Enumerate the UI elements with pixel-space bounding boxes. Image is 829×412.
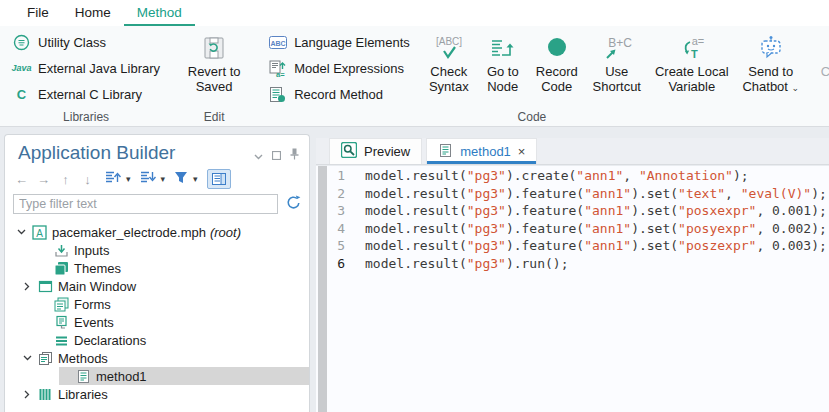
svg-text:[ABC]: [ABC] — [436, 36, 462, 47]
tree-item-methods[interactable]: Methods — [5, 349, 309, 367]
continue-button[interactable]: Continue — [819, 29, 829, 79]
chevron-right-icon[interactable] — [19, 390, 35, 399]
svg-text:a=: a= — [692, 35, 705, 47]
tree-item-libraries[interactable]: Libraries — [5, 385, 309, 403]
panel-pin-icon[interactable] — [290, 146, 299, 164]
tree-item-root[interactable]: A pacemaker_electrode.mph (root) — [5, 223, 309, 241]
tab-preview[interactable]: Preview — [329, 138, 422, 164]
inputs-icon — [51, 243, 71, 258]
line-number: 6 — [327, 255, 345, 273]
chevron-down-icon[interactable]: ▾ — [126, 175, 131, 184]
tree-item-themes[interactable]: Themes — [5, 259, 309, 277]
chevron-right-icon[interactable] — [19, 282, 35, 291]
go-to-node-button[interactable]: Go to Node — [480, 29, 526, 94]
back-arrow-icon[interactable]: ← — [13, 172, 30, 187]
language-elements-button[interactable]: ABC Language Elements — [260, 29, 418, 55]
tree-label: Themes — [74, 261, 121, 276]
panel-header: Application Builder — [5, 135, 309, 167]
line-number: 3 — [327, 202, 345, 220]
breakpoint-margin[interactable] — [318, 166, 327, 412]
utility-class-button[interactable]: Utility Class — [4, 29, 168, 55]
libraries-icon — [35, 387, 55, 402]
filter-row — [5, 191, 309, 216]
tree-item-forms[interactable]: Forms — [5, 295, 309, 313]
ribbon-group-code: ABC Language Elements a= Model Expressio… — [256, 26, 808, 126]
move-down-icon[interactable]: ↓ — [79, 172, 96, 187]
use-shortcut-button[interactable]: B+C Use Shortcut — [588, 29, 646, 94]
java-icon: Java — [12, 63, 31, 73]
close-icon[interactable]: × — [518, 145, 526, 158]
chevron-down-icon[interactable]: ▾ — [161, 175, 166, 184]
ribbon-group-edit: Revert to Saved Edit — [174, 26, 254, 126]
line-number: 2 — [327, 185, 345, 203]
go-to-node-label: Go to Node — [480, 64, 526, 94]
record-code-button[interactable]: Record Code — [532, 29, 582, 94]
code-line[interactable]: 6model.result("pg3").run(); — [327, 255, 829, 273]
group-label-code: Code — [256, 110, 808, 124]
svg-text:B+C: B+C — [608, 36, 632, 50]
ribbon-group-debug: Continue — [809, 26, 829, 126]
panel-menu-chevron-icon[interactable] — [254, 146, 263, 164]
tree-item-main-window[interactable]: Main Window — [5, 277, 309, 295]
group-label-edit: Edit — [174, 110, 254, 124]
themes-icon — [51, 261, 71, 276]
tree-item-events[interactable]: Events — [5, 313, 309, 331]
collapse-list-icon[interactable] — [140, 170, 156, 188]
code-line[interactable]: 3model.result("pg3").feature("ann1").set… — [327, 202, 829, 220]
use-shortcut-icon: B+C — [599, 32, 635, 64]
builder-toolbar: ← → ↑ ↓ ▾ ▾ ▾ — [5, 167, 309, 191]
revert-to-saved-button[interactable]: Revert to Saved — [182, 29, 246, 94]
go-to-node-icon — [489, 32, 516, 64]
tab-file[interactable]: File — [14, 0, 62, 26]
tree-item-method1[interactable]: method1 — [5, 367, 309, 385]
chevron-down-icon[interactable]: ▾ — [193, 175, 198, 184]
tab-label: Preview — [364, 144, 410, 159]
create-local-variable-button[interactable]: a=T Create Local Variable — [652, 29, 732, 94]
methods-icon — [35, 351, 55, 366]
external-java-library-label: External Java Library — [38, 61, 160, 76]
tab-method1[interactable]: method1 × — [426, 138, 537, 164]
tab-method[interactable]: Method — [124, 0, 195, 26]
external-c-library-label: External C Library — [38, 87, 142, 102]
create-local-variable-icon: a=T — [677, 32, 707, 64]
tree-label: Main Window — [58, 279, 136, 294]
move-up-icon[interactable]: ↑ — [57, 172, 74, 187]
chevron-down-icon[interactable] — [19, 355, 35, 361]
filter-input[interactable] — [13, 194, 278, 214]
chevron-down-icon: ⌄ — [792, 83, 800, 93]
utility-class-label: Utility Class — [38, 35, 106, 50]
create-local-variable-label: Create Local Variable — [652, 64, 732, 94]
panel-restore-icon[interactable] — [272, 146, 281, 164]
code-editor[interactable]: 1model.result("pg3").create("ann1", "Ann… — [316, 166, 829, 412]
code-line[interactable]: 5model.result("pg3").feature("ann1").set… — [327, 237, 829, 255]
code-line[interactable]: 2model.result("pg3").feature("ann1").set… — [327, 185, 829, 203]
forward-arrow-icon[interactable]: → — [35, 172, 52, 187]
tree-item-inputs[interactable]: Inputs — [5, 241, 309, 259]
check-syntax-button[interactable]: [ABC] Check Syntax — [424, 29, 474, 94]
tree-label: method1 — [96, 369, 147, 384]
tab-home[interactable]: Home — [62, 0, 124, 26]
external-c-library-button[interactable]: C External C Library — [4, 81, 168, 107]
preview-magnifier-icon — [341, 142, 357, 161]
record-method-button[interactable]: Record Method — [260, 81, 418, 107]
check-syntax-icon: [ABC] — [431, 32, 467, 64]
ribbon: Utility Class Java External Java Library… — [0, 26, 829, 127]
external-java-library-button[interactable]: Java External Java Library — [4, 55, 168, 81]
show-editor-tools-toggle[interactable] — [207, 169, 231, 189]
code-line[interactable]: 1model.result("pg3").create("ann1", "Ann… — [327, 167, 829, 185]
group-label-libraries: Libraries — [0, 110, 172, 124]
main-window-icon — [35, 279, 55, 294]
events-icon — [51, 315, 71, 330]
language-elements-icon: ABC — [268, 36, 287, 49]
expand-list-icon[interactable] — [105, 170, 121, 188]
chevron-down-icon[interactable] — [13, 229, 29, 235]
filter-funnel-icon[interactable] — [174, 170, 188, 188]
model-expressions-button[interactable]: a= Model Expressions — [260, 55, 418, 81]
tree-item-declarations[interactable]: Declarations — [5, 331, 309, 349]
record-code-icon — [544, 32, 570, 64]
revert-to-saved-label: Revert to Saved — [182, 64, 246, 94]
code-line[interactable]: 4model.result("pg3").feature("ann1").set… — [327, 220, 829, 238]
send-to-chatbot-button[interactable]: Send to Chatbot ⌄ — [738, 29, 804, 94]
method-document-icon — [73, 369, 93, 384]
refresh-icon[interactable] — [286, 195, 301, 214]
